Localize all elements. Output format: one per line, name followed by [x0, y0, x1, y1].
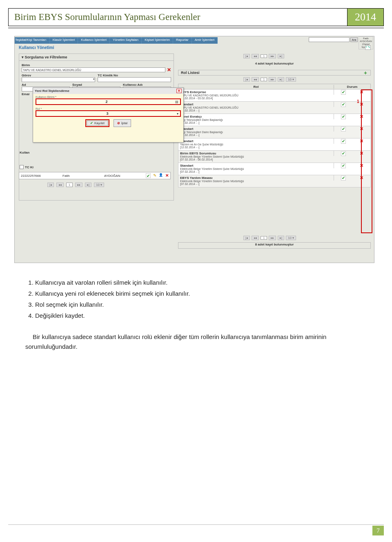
user-name: Fatih AYDOĞAN — [359, 37, 372, 43]
pager-last[interactable]: ▸| — [85, 183, 91, 187]
pager-prev[interactable]: ◂◂ — [252, 77, 259, 82]
ad-label: Ad — [22, 83, 70, 87]
role-name: Standart — [180, 103, 332, 106]
cancel-label: İptal — [121, 121, 127, 125]
role-unit: Bilgi Teknolojileri Daire Başkanlığı — [180, 118, 332, 121]
pager-size[interactable]: 10 ▾ — [94, 183, 104, 187]
pager-next[interactable]: ▸▸ — [269, 77, 276, 82]
dialog-title: Yeni Rol İlişkilendirme — [35, 89, 69, 93]
role-name: Birim EBYS Sorumlusu — [180, 152, 332, 155]
pager-last[interactable]: ▸| — [278, 236, 284, 240]
menu-item[interactable]: Kişisel İşlemlerim — [142, 37, 173, 44]
pager-prev[interactable]: ◂◂ — [56, 183, 64, 187]
annotation-2: 2 — [105, 100, 107, 104]
pager-prev[interactable]: ◂◂ — [252, 54, 259, 58]
role-unit: Elektronik Belge Yönetim Sistemi Şube Mü… — [180, 155, 332, 158]
role-dates: [12.02.2014 - -] — [180, 134, 332, 136]
user-row: 22222257666 Fatih AYDOĞAN ✔ ✎ 👤 ✕ — [19, 172, 171, 179]
pager-first[interactable]: |◂ — [243, 54, 250, 58]
instruction-2: Kullanıcya yeni rol eklenecek birimi seç… — [35, 289, 368, 299]
tck-check[interactable]: TC Ki — [20, 165, 33, 169]
help-icon[interactable]: ? ✎ — [365, 45, 371, 50]
instruction-4: Değişikleri kaydet. — [35, 311, 368, 321]
clear-birim-icon[interactable]: ✕ — [167, 67, 171, 73]
menu-item[interactable]: Teşkilat/Kişi Tanımları — [14, 37, 50, 44]
role-row: Birim EBYS SorumlusuElektronik Belge Yön… — [178, 151, 371, 163]
dropdown-icon[interactable]: ▤ — [175, 100, 178, 104]
role-unit: Elektronik Belge Yönetim Sistemi Şube Mü… — [180, 180, 332, 183]
record-count-bottom: 8 adet kayıt bulunmuştur — [178, 242, 371, 249]
panel-title: Kullanıcı Yönetimi — [19, 45, 54, 50]
dropdown-icon[interactable]: ▾ — [177, 112, 178, 116]
role-dates: [04.02.2014 - -] — [180, 109, 332, 112]
menu-item[interactable]: Amir İşlemleri — [192, 37, 218, 44]
role-dates: [07.02.2014 - -] — [180, 170, 332, 173]
check-icon: ✔ — [341, 114, 346, 119]
search-button[interactable]: Ara — [350, 37, 358, 42]
pager-last[interactable]: ▸| — [278, 54, 284, 58]
check-icon: ✔ — [341, 151, 346, 156]
role-name: EBYS Yardım Masası — [180, 176, 332, 180]
pager-size[interactable]: 10 ▾ — [286, 236, 296, 240]
add-role-icon[interactable]: ＋ — [363, 69, 368, 76]
gorev-select[interactable]: ▾ — [22, 77, 95, 82]
birim-field-label: Kullanıcı Birimi * — [36, 96, 181, 98]
role-name: Standart — [180, 164, 332, 167]
tc-input[interactable] — [98, 77, 171, 82]
role-name: Standart — [180, 139, 332, 143]
menu-item[interactable]: Kullanıcı İşlemleri — [78, 37, 110, 44]
cancel-button[interactable]: ⊘İptal — [114, 119, 131, 127]
save-button[interactable]: ✔Kaydet — [87, 120, 108, 126]
instruction-1: Kullanıcıya ait varolan rolleri silmek i… — [35, 278, 368, 288]
menu-item[interactable]: Yönetim Sayfaları — [110, 37, 142, 44]
menubar: eri Teşkilat/Kişi Tanımları Klasör İşlem… — [14, 37, 218, 44]
rol-field-input[interactable]: 3 ▾ — [36, 110, 181, 117]
role-list-header: Rol Listesi ＋ — [178, 70, 371, 76]
search-input[interactable] — [309, 37, 350, 42]
pager-first[interactable]: |◂ — [47, 183, 54, 187]
pager-first[interactable]: |◂ — [243, 77, 250, 82]
left-pager: |◂ ◂◂ 1 ▸▸ ▸| 10 ▾ — [47, 183, 104, 187]
pager-last[interactable]: ▸| — [278, 77, 284, 82]
pager-next[interactable]: ▸▸ — [75, 183, 82, 187]
role-pager-top: |◂ ◂◂ 1 ▸▸ ▸| 10 ▾ — [243, 77, 296, 82]
header-separator — [8, 28, 384, 28]
pager-current: 1 — [66, 183, 73, 187]
filter-title: Sorgulama ve Filtreleme — [25, 55, 67, 59]
delete-row-icon[interactable]: ✕ — [165, 173, 169, 178]
role-dates: [12.02.2014 - -] — [180, 146, 332, 149]
birim-field-input[interactable]: 2 ▤ — [36, 98, 181, 105]
check-icon: ✔ — [341, 90, 346, 95]
role-dates: [07.02.2014 - -] — [180, 183, 332, 185]
pager-current: 1 — [261, 54, 267, 58]
menu-item[interactable]: Raporlar — [173, 37, 192, 44]
pager-next[interactable]: ▸▸ — [269, 236, 276, 240]
dialog-close-icon[interactable]: ✕ — [176, 89, 182, 93]
role-row: StandartBilgi Teknolojileri Daire Başkan… — [178, 126, 371, 138]
paragraph: Bir kullanıcıya sadece standart kullanıc… — [25, 332, 368, 352]
pager-size[interactable]: 10 ▾ — [286, 77, 296, 82]
instructions-block: Kullanıcıya ait varolan rolleri silmek i… — [25, 278, 368, 358]
user-icon[interactable]: 👤 — [159, 173, 163, 178]
user-soyad: AYDOĞAN — [104, 174, 143, 178]
role-name: EBYS Enterprise — [180, 90, 332, 94]
birim-input[interactable]: TAPU VE KADASTRO GENEL MÜDÜRLÜĞÜ — [22, 67, 165, 72]
user-ad: Fatih — [62, 174, 102, 178]
role-row: StandartTAPU VE KADASTRO GENEL MÜDÜRLÜĞÜ… — [178, 102, 371, 114]
pager-next[interactable]: ▸▸ — [269, 54, 276, 58]
right-pager-top: |◂ ◂◂ 1 ▸▸ ▸| — [243, 54, 284, 58]
roles-list: EBYS EnterpriseTAPU VE KADASTRO GENEL MÜ… — [178, 89, 371, 251]
pager-first[interactable]: |◂ — [243, 236, 250, 240]
doc-title: Birim EBYS Sorumlularının Yapması Gereke… — [8, 8, 347, 26]
checkbox-icon[interactable] — [20, 165, 24, 169]
menu-item[interactable]: Klasör İşlemleri — [50, 37, 78, 44]
record-count-top: 4 adet kayıt bulunmuştur — [178, 62, 371, 65]
role-unit: Bilgi Teknolojileri Daire Başkanlığı — [180, 131, 332, 134]
pager-prev[interactable]: ◂◂ — [252, 236, 259, 240]
cancel-icon: ⊘ — [117, 121, 120, 125]
edit-icon[interactable]: ✎ — [153, 173, 156, 178]
role-row: Genel EvrakçıBilgi Teknolojileri Daire B… — [178, 114, 371, 126]
check-icon: ✔ — [341, 163, 346, 168]
kuladi-label: Kullanıcı Adı — [123, 83, 171, 87]
annotation-box-1: 1 — [361, 89, 372, 233]
